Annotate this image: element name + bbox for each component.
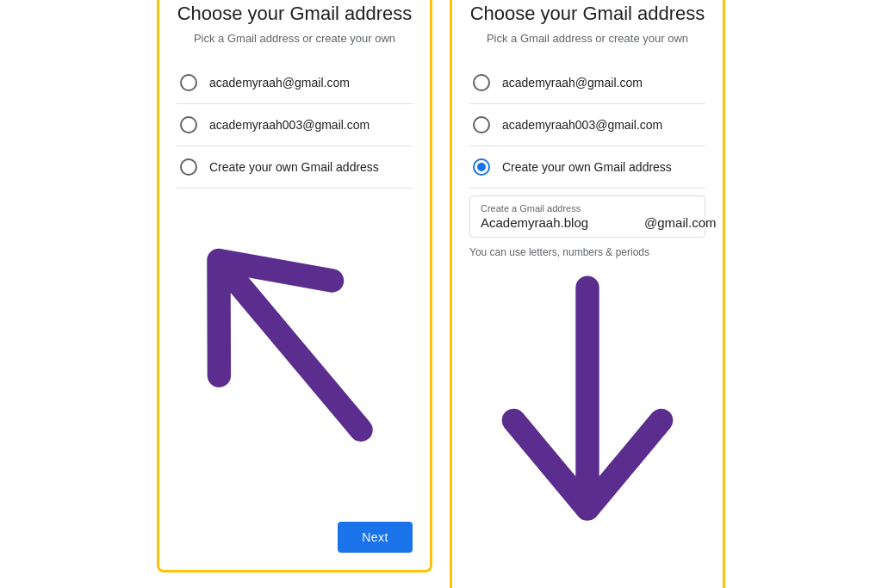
- option2-1[interactable]: academyraah@gmail.com: [469, 62, 705, 104]
- panel1-subtitle: Pick a Gmail address or create your own: [177, 32, 413, 45]
- input-row: @gmail.com: [481, 215, 694, 230]
- arrow-up-area: [177, 189, 413, 513]
- panel-2: Google Choose your Gmail address Pick a …: [450, 0, 725, 588]
- panel1-bottom: Next: [177, 513, 413, 553]
- option1-3[interactable]: Create your own Gmail address: [177, 146, 413, 189]
- panel2-subtitle: Pick a Gmail address or create your own: [469, 32, 705, 45]
- gmail-suffix: @gmail.com: [644, 215, 717, 230]
- option2-2[interactable]: academyraah003@gmail.com: [469, 104, 705, 146]
- option1-1-label: academyraah@gmail.com: [209, 76, 350, 90]
- option1-1[interactable]: academyraah@gmail.com: [177, 62, 413, 104]
- main-container: Google Choose your Gmail address Pick a …: [140, 0, 742, 588]
- gmail-address-input[interactable]: [481, 215, 644, 230]
- radio1-1: [180, 74, 197, 91]
- input-group-label: Create a Gmail address: [481, 203, 694, 214]
- svg-line-0: [228, 271, 361, 430]
- radio2-3-inner: [477, 163, 486, 171]
- radio2-3: [473, 158, 490, 176]
- option1-2-label: academyraah003@gmail.com: [209, 118, 370, 132]
- arrow-down-icon: [469, 258, 705, 583]
- radio2-1: [473, 74, 490, 91]
- arrow-up-icon: [177, 189, 413, 513]
- radio2-2: [473, 116, 490, 133]
- option2-3-label: Create your own Gmail address: [502, 160, 672, 174]
- panel1-title: Choose your Gmail address: [177, 2, 413, 27]
- arrow-down-area: [469, 258, 705, 583]
- option2-2-label: academyraah003@gmail.com: [502, 118, 662, 132]
- panel-1: Google Choose your Gmail address Pick a …: [157, 0, 432, 573]
- gmail-input-group: Create a Gmail address @gmail.com: [469, 195, 705, 238]
- radio1-3: [180, 158, 197, 176]
- panel2-title: Choose your Gmail address: [469, 2, 705, 27]
- option2-3[interactable]: Create your own Gmail address: [469, 146, 705, 189]
- option1-3-label: Create your own Gmail address: [209, 160, 379, 174]
- option2-1-label: academyraah@gmail.com: [502, 76, 643, 90]
- radio1-2: [180, 116, 197, 133]
- next-button-1[interactable]: Next: [338, 522, 413, 553]
- panel2-bottom: Next: [469, 583, 705, 588]
- option1-2[interactable]: academyraah003@gmail.com: [177, 104, 413, 146]
- input-hint: You can use letters, numbers & periods: [469, 246, 705, 258]
